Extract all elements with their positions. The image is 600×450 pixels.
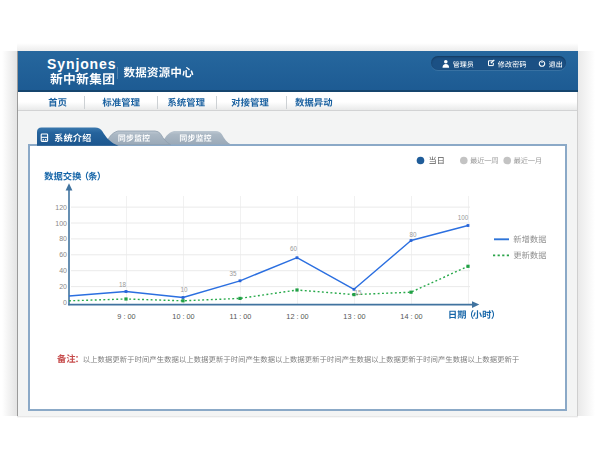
- svg-text:60: 60: [59, 251, 67, 258]
- svg-text:40: 40: [59, 267, 67, 274]
- svg-text:100: 100: [55, 220, 67, 227]
- svg-text:11 : 00: 11 : 00: [230, 312, 252, 321]
- svg-text:80: 80: [409, 231, 417, 238]
- svg-text:13 : 00: 13 : 00: [343, 312, 365, 321]
- svg-text:60: 60: [290, 245, 298, 252]
- svg-text:18: 18: [119, 281, 127, 288]
- svg-text:80: 80: [59, 235, 67, 242]
- svg-text:12 : 00: 12 : 00: [286, 312, 308, 321]
- svg-text:14 : 00: 14 : 00: [400, 312, 422, 321]
- svg-text:9 : 00: 9 : 00: [117, 312, 135, 321]
- svg-text:35: 35: [229, 270, 237, 277]
- svg-text:0: 0: [63, 299, 67, 306]
- svg-text:10: 10: [180, 286, 188, 293]
- svg-text:10 : 00: 10 : 00: [172, 312, 194, 321]
- svg-text:20: 20: [59, 283, 67, 290]
- svg-text:15: 15: [354, 289, 362, 296]
- svg-text:120: 120: [55, 204, 67, 211]
- svg-text:100: 100: [458, 214, 469, 221]
